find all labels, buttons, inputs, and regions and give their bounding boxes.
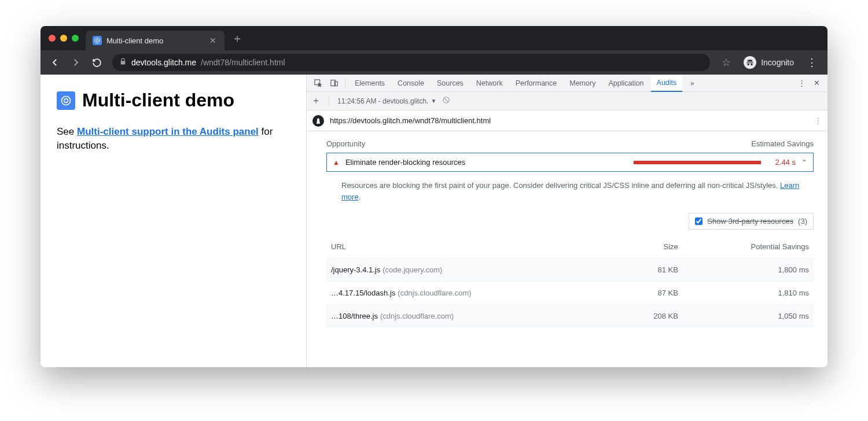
new-tab-button[interactable]: ＋ <box>231 31 243 46</box>
table-row[interactable]: …4.17.15/lodash.js(cdnjs.cloudflare.com)… <box>326 282 814 305</box>
opportunity-row[interactable]: ▲ Eliminate render-blocking resources 2.… <box>326 153 814 172</box>
opportunity-title: Eliminate render-blocking resources <box>345 158 465 167</box>
third-party-label: Show 3rd-party resources <box>707 217 793 226</box>
page-heading-text: Multi-client demo <box>82 90 234 111</box>
page-logo-icon <box>57 91 75 110</box>
page-link[interactable]: Multi-client support in the Audits panel <box>77 126 259 137</box>
third-party-count: (3) <box>798 217 807 226</box>
incognito-indicator[interactable]: Incognito <box>739 56 799 69</box>
devtools-tab-memory[interactable]: Memory <box>564 75 601 92</box>
opportunity-header-row: Opportunity Estimated Savings <box>326 139 814 148</box>
browser-tab[interactable]: Multi-client demo ✕ <box>86 31 225 50</box>
svg-point-3 <box>64 98 68 102</box>
lighthouse-icon <box>312 115 324 127</box>
savings-bar <box>634 161 761 164</box>
warning-triangle-icon: ▲ <box>333 158 340 167</box>
resource-path: …4.17.15/lodash.js <box>331 289 395 297</box>
url-path: /wndt78/multiclient.html <box>201 58 285 67</box>
resource-size: 208 KB <box>617 305 683 328</box>
more-tabs-icon[interactable]: » <box>685 76 700 91</box>
clear-icon[interactable] <box>442 96 450 106</box>
devtools-tab-audits[interactable]: Audits <box>651 75 683 92</box>
tab-strip: Multi-client demo ✕ ＋ <box>41 26 827 50</box>
estimated-savings-label: Estimated Savings <box>751 139 814 148</box>
caret-down-icon: ▼ <box>431 98 436 104</box>
third-party-toggle[interactable]: Show 3rd-party resources (3) <box>689 213 814 230</box>
page-heading: Multi-client demo <box>57 90 290 111</box>
devtools-tab-performance[interactable]: Performance <box>510 75 563 92</box>
opportunity-header-label: Opportunity <box>326 139 365 148</box>
audit-run-selector[interactable]: 11:24:56 AM - devtools.glitch. ▼ <box>337 97 436 105</box>
audit-run-label: 11:24:56 AM - devtools.glitch. <box>337 97 428 105</box>
devtools-tabbar: ElementsConsoleSourcesNetworkPerformance… <box>307 75 827 92</box>
forward-button[interactable] <box>67 54 84 71</box>
favicon-icon <box>93 36 102 45</box>
opportunity-desc-suffix: . <box>359 193 361 201</box>
resource-size: 81 KB <box>617 258 683 282</box>
opportunity-desc-text: Resources are blocking the first paint o… <box>341 181 780 190</box>
audits-toolbar: ＋ 11:24:56 AM - devtools.glitch. ▼ <box>307 92 827 110</box>
url-domain: devtools.glitch.me <box>131 58 196 67</box>
page-body: See Multi-client support in the Audits p… <box>57 125 290 153</box>
browser-menu-icon[interactable]: ⋮ <box>802 56 822 69</box>
lock-icon <box>119 58 127 67</box>
devtools-tab-application[interactable]: Application <box>602 75 649 92</box>
new-audit-button[interactable]: ＋ <box>311 95 321 107</box>
close-tab-icon[interactable]: ✕ <box>209 36 216 45</box>
devtools-panel: ElementsConsoleSourcesNetworkPerformance… <box>307 75 827 367</box>
minimize-window-button[interactable] <box>60 35 67 42</box>
audit-url: https://devtools.glitch.me/wndt78/multic… <box>330 116 491 125</box>
resource-savings: 1,800 ms <box>683 258 814 282</box>
rendered-page: Multi-client demo See Multi-client suppo… <box>41 75 307 367</box>
resource-host: (code.jquery.com) <box>382 265 442 274</box>
svg-point-0 <box>95 38 100 43</box>
resources-table: URL Size Potential Savings /jquery-3.4.1… <box>326 235 814 327</box>
separator <box>345 78 345 88</box>
resource-host: (cdnjs.cloudflare.com) <box>380 312 454 320</box>
table-row[interactable]: …108/three.js(cdnjs.cloudflare.com)208 K… <box>326 305 814 328</box>
resource-savings: 1,050 ms <box>683 305 814 328</box>
col-savings: Potential Savings <box>683 235 814 258</box>
bookmark-icon[interactable]: ☆ <box>722 56 731 69</box>
back-button[interactable] <box>46 54 64 71</box>
audit-url-menu-icon[interactable]: ⋮ <box>814 116 822 125</box>
inspect-element-icon[interactable] <box>310 76 325 91</box>
devtools-tab-network[interactable]: Network <box>470 75 509 92</box>
audit-url-row: https://devtools.glitch.me/wndt78/multic… <box>307 110 827 131</box>
address-bar[interactable]: devtools.glitch.me/wndt78/multiclient.ht… <box>112 54 710 71</box>
resource-size: 87 KB <box>617 282 683 305</box>
devtools-menu-icon[interactable]: ⋮ <box>794 76 809 91</box>
col-url: URL <box>326 235 617 258</box>
devtools-tab-sources[interactable]: Sources <box>431 75 469 92</box>
separator <box>329 96 329 106</box>
device-toolbar-icon[interactable] <box>326 76 341 91</box>
reload-button[interactable] <box>88 54 105 71</box>
close-window-button[interactable] <box>49 35 56 42</box>
maximize-window-button[interactable] <box>72 35 79 42</box>
resource-path: …108/three.js <box>331 312 378 320</box>
svg-point-1 <box>96 39 98 42</box>
resource-path: /jquery-3.4.1.js <box>331 265 380 274</box>
tab-title: Multi-client demo <box>106 36 163 45</box>
resource-savings: 1,810 ms <box>683 282 814 305</box>
close-devtools-icon[interactable]: ✕ <box>809 76 824 91</box>
incognito-label: Incognito <box>761 58 794 67</box>
devtools-tab-elements[interactable]: Elements <box>349 75 391 92</box>
table-row[interactable]: /jquery-3.4.1.js(code.jquery.com)81 KB1,… <box>326 258 814 282</box>
devtools-tab-console[interactable]: Console <box>392 75 430 92</box>
third-party-checkbox[interactable] <box>695 217 703 225</box>
audits-body: Opportunity Estimated Savings ▲ Eliminat… <box>307 131 827 367</box>
opportunity-time: 2.44 s <box>767 158 796 167</box>
chevron-up-icon: ⌃ <box>801 158 807 167</box>
col-size: Size <box>617 235 683 258</box>
browser-toolbar: devtools.glitch.me/wndt78/multiclient.ht… <box>41 50 827 75</box>
svg-point-2 <box>62 96 71 105</box>
opportunity-description: Resources are blocking the first paint o… <box>341 180 811 202</box>
browser-window: Multi-client demo ✕ ＋ devtools.glitch.me… <box>41 26 827 367</box>
content-area: Multi-client demo See Multi-client suppo… <box>41 75 827 367</box>
resource-host: (cdnjs.cloudflare.com) <box>398 289 471 297</box>
window-controls <box>49 35 79 42</box>
incognito-icon <box>744 56 756 69</box>
page-body-prefix: See <box>57 126 77 137</box>
